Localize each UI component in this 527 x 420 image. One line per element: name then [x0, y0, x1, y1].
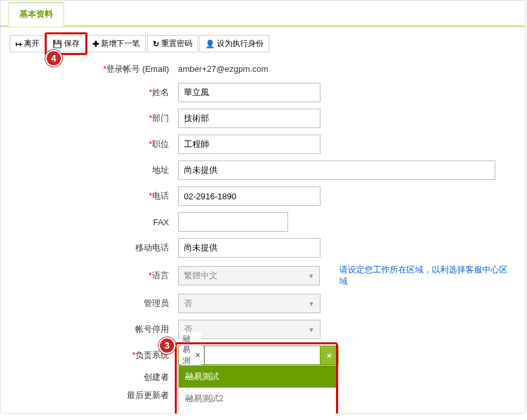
respsys-option-1[interactable]: 融易測試 [179, 366, 338, 388]
resetpw-label: 重置密码 [161, 38, 192, 49]
mobile-input[interactable] [178, 238, 320, 258]
lang-select[interactable]: 繁體中文 ▼ [178, 266, 320, 285]
addnext-label: 新增下一笔 [101, 38, 140, 49]
respsys-input-wrap[interactable]: 融易測試 × [178, 346, 320, 365]
admin-select[interactable]: 否 ▼ [178, 294, 320, 313]
label-admin: 管理员 [10, 298, 178, 309]
admin-value: 否 [184, 298, 192, 309]
label-disabled: 帐号停用 [10, 324, 178, 335]
chevron-down-icon: ▼ [308, 326, 315, 333]
fax-input[interactable] [178, 212, 288, 232]
value-email: amber+27@ezgpm.com [178, 61, 268, 76]
label-creator: 创建者 [10, 371, 178, 383]
label-lang: *语言 [10, 270, 178, 282]
refresh-icon: ↻ [153, 39, 159, 49]
step-badge-3: 3 [159, 337, 175, 354]
close-icon[interactable]: × [196, 351, 200, 360]
respsys-option-3[interactable]: 融易測試3 [179, 410, 338, 414]
setexec-button[interactable]: 👤 设为执行身份 [199, 35, 269, 52]
lang-hint: 请设定您工作所在区域，以利选择客服中心区域 [339, 264, 516, 287]
label-address: 地址 [10, 164, 178, 176]
label-dept: *部门 [10, 113, 178, 124]
label-updater: 最后更新者 [10, 390, 178, 401]
chevron-down-icon: ▼ [308, 272, 314, 280]
chevron-down-icon: ▼ [308, 300, 315, 307]
plus-icon: ✚ [93, 39, 99, 49]
label-fax: FAX [10, 217, 178, 227]
label-position: *职位 [10, 138, 178, 150]
addnext-button[interactable]: ✚ 新增下一笔 [87, 35, 146, 52]
respsys-text-input[interactable] [204, 346, 317, 364]
save-icon: 💾 [52, 39, 62, 49]
respsys-multiselect: 3 融易測試 × × 融易測試 融易測試2 融易測試3 [178, 346, 339, 365]
resetpw-button[interactable]: ↻ 重置密码 [147, 35, 198, 52]
close-icon: × [327, 351, 332, 360]
respsys-dropdown: 融易測試 融易測試2 融易測試3 [178, 365, 339, 414]
label-phone: *电话 [10, 190, 178, 202]
address-input[interactable] [178, 160, 495, 180]
label-name: *姓名 [10, 87, 178, 98]
setexec-label: 设为执行身份 [217, 38, 264, 49]
label-respsys: *负责系统 [10, 349, 178, 361]
dept-input[interactable] [178, 109, 320, 128]
respsys-clear-button[interactable]: × [320, 346, 339, 365]
leave-icon: ↦ [16, 39, 22, 49]
label-mobile: 移动电话 [10, 242, 178, 254]
phone-input[interactable] [178, 186, 320, 206]
name-input[interactable] [178, 83, 320, 102]
position-input[interactable] [178, 135, 320, 154]
lang-value: 繁體中文 [184, 270, 218, 282]
tab-strip: 基本资料 [1, 1, 525, 27]
respsys-option-2[interactable]: 融易測試2 [179, 388, 338, 410]
toolbar: ↦ 离开 💾 保存 4 ✚ 新增下一笔 ↻ 重置密码 👤 设为执行身份 [1, 27, 525, 56]
tab-basic-info[interactable]: 基本资料 [8, 2, 64, 27]
label-email: *登录帐号 (Email) [10, 63, 178, 75]
leave-label: 离开 [24, 38, 39, 49]
form-area: *登录帐号 (Email) amber+27@ezgpm.com *姓名 *部门… [1, 56, 525, 413]
save-label: 保存 [64, 38, 80, 49]
person-icon: 👤 [205, 39, 215, 49]
leave-button[interactable]: ↦ 离开 [10, 35, 45, 52]
step-badge-4: 4 [45, 50, 62, 67]
